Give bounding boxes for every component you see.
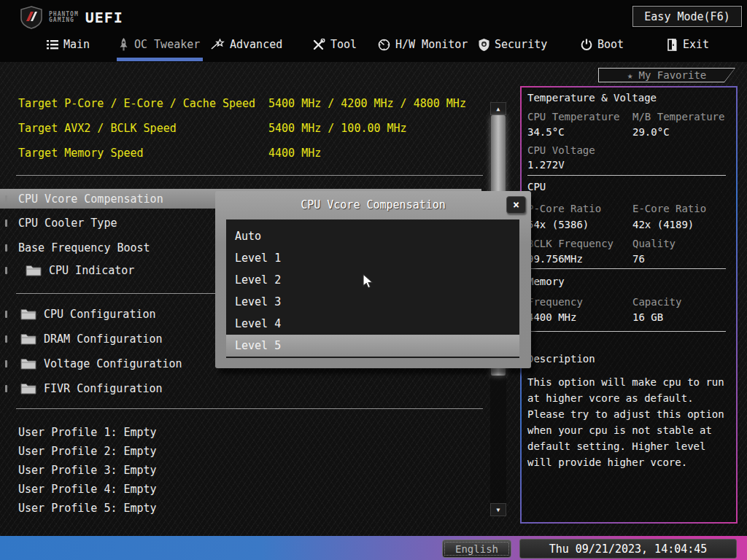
- easy-mode-button[interactable]: Easy Mode(F6): [632, 6, 742, 27]
- target-avx2-row: Target AVX2 / BCLK Speed 5400 MHz / 100.…: [0, 122, 485, 134]
- mouse-cursor: [363, 274, 374, 293]
- ecore-ratio-value: 42x (4189): [632, 219, 694, 230]
- tab-security-label: Security: [495, 38, 547, 51]
- language-button[interactable]: English: [442, 540, 511, 558]
- target-memory-label: Target Memory Speed: [18, 147, 144, 160]
- tab-hw-monitor-label: H/W Monitor: [395, 38, 468, 51]
- item-tick: [5, 311, 7, 318]
- tab-security[interactable]: Security: [479, 36, 547, 52]
- description-text: This option will make cpu to run at high…: [527, 374, 732, 470]
- tab-advanced[interactable]: Advanced: [211, 36, 282, 52]
- menu-item-fivr-configuration[interactable]: FIVR Configuration: [0, 379, 481, 398]
- tab-tool[interactable]: Tool: [313, 36, 357, 52]
- memory-frequency-value: 4400 MHz: [527, 311, 576, 323]
- gauge-icon: [378, 39, 390, 51]
- cpu-temp-label: CPU Temperature: [527, 111, 619, 122]
- mb-temp-label: M/B Temperature: [632, 111, 724, 122]
- sidebar-separator: [527, 268, 726, 269]
- footer-bar: English Thu 09/21/2023, 14:04:45: [0, 536, 747, 560]
- target-pcore-label: Target P-Core / E-Core / Cache Speed: [18, 97, 255, 110]
- separator: [16, 408, 483, 409]
- sidebar-separator: [527, 331, 726, 332]
- tab-oc-tweaker-label: OC Tweaker: [134, 38, 200, 51]
- quality-label: Quality: [632, 238, 676, 249]
- cpu-voltage-label: CPU Voltage: [527, 144, 595, 156]
- item-tick: [5, 385, 7, 392]
- tab-hw-monitor[interactable]: H/W Monitor: [378, 36, 468, 52]
- close-icon: ×: [513, 198, 519, 211]
- shield-icon: [479, 39, 489, 51]
- scroll-down-button[interactable]: ▼: [490, 503, 506, 516]
- tab-main-label: Main: [63, 38, 90, 51]
- rocket-icon: [118, 38, 129, 51]
- datetime-text: Thu 09/21/2023, 14:04:45: [549, 542, 708, 556]
- tab-oc-tweaker[interactable]: OC Tweaker: [118, 36, 200, 52]
- section-description: Description: [527, 353, 595, 365]
- menu-item-user-profile-4[interactable]: User Profile 4: Empty: [0, 480, 481, 499]
- scroll-up-button[interactable]: ▲: [490, 102, 506, 115]
- option-level-1[interactable]: Level 1: [226, 247, 519, 269]
- menu-item-user-profile-2[interactable]: User Profile 2: Empty: [0, 442, 481, 461]
- cpu-temp-value: 34.5°C: [527, 126, 565, 138]
- tab-boot[interactable]: Boot: [581, 36, 624, 52]
- power-icon: [581, 39, 592, 51]
- brand-text: PHANTOM GAMING: [49, 12, 79, 23]
- tab-exit-label: Exit: [683, 38, 709, 51]
- item-tick: [5, 244, 7, 252]
- option-level-5[interactable]: Level 5: [226, 335, 519, 357]
- bclk-frequency-value: 99.756MHz: [527, 253, 583, 265]
- menu-item-user-profile-5[interactable]: User Profile 5: Empty: [0, 499, 481, 518]
- dialog-title: CPU Vcore Compensation: [215, 191, 531, 219]
- phantom-gaming-shield-icon: [19, 6, 44, 29]
- brand-uefi: UEFI: [85, 9, 123, 26]
- option-level-4[interactable]: Level 4: [226, 313, 519, 335]
- tab-advanced-label: Advanced: [230, 38, 282, 51]
- memory-capacity-label: Capacity: [632, 296, 681, 308]
- my-favorite-label: My Favorite: [639, 69, 707, 81]
- my-favorite-button[interactable]: ★ My Favorite: [598, 68, 735, 82]
- target-avx2-value: 5400 MHz / 100.00 MHz: [268, 122, 407, 135]
- tab-exit[interactable]: Exit: [667, 36, 709, 52]
- item-tick: [5, 219, 7, 227]
- target-memory-value: 4400 MHz: [268, 147, 321, 160]
- pcore-ratio-label: P-Core Ratio: [527, 203, 601, 214]
- list-icon: [47, 39, 58, 50]
- section-temperature-voltage: Temperature & Voltage: [527, 92, 657, 104]
- menu-item-user-profile-1[interactable]: User Profile 1: Empty: [0, 423, 481, 442]
- mb-temp-value: 29.0°C: [632, 126, 670, 138]
- wand-star-icon: [211, 39, 225, 50]
- option-auto[interactable]: Auto: [226, 225, 519, 247]
- cursor-arrow-icon: [363, 274, 374, 290]
- info-sidebar: Temperature & Voltage CPU Temperature M/…: [520, 86, 738, 524]
- datetime-display: Thu 09/21/2023, 14:04:45: [519, 539, 737, 559]
- target-memory-row: Target Memory Speed 4400 MHz: [0, 147, 485, 159]
- dialog-close-button[interactable]: ×: [506, 196, 526, 214]
- folder-icon: [20, 359, 36, 370]
- language-label: English: [455, 543, 498, 555]
- folder-icon: [20, 309, 36, 320]
- option-level-3[interactable]: Level 3: [226, 291, 519, 313]
- star-icon: ★: [627, 70, 633, 81]
- target-avx2-label: Target AVX2 / BCLK Speed: [18, 122, 177, 135]
- separator: [16, 175, 483, 176]
- folder-icon: [20, 334, 36, 345]
- brand-logo: PHANTOM GAMING UEFI: [19, 6, 123, 29]
- item-tick: [5, 267, 7, 274]
- tab-tool-label: Tool: [330, 38, 357, 51]
- cpu-voltage-value: 1.272V: [527, 159, 565, 171]
- menu-item-user-profile-3[interactable]: User Profile 3: Empty: [0, 461, 481, 480]
- memory-frequency-label: Frequency: [527, 296, 583, 308]
- pcore-ratio-value: 54x (5386): [527, 219, 589, 230]
- brand-gaming: GAMING: [49, 18, 79, 23]
- folder-icon: [20, 384, 36, 394]
- folder-icon: [26, 265, 42, 276]
- item-tick: [5, 195, 7, 203]
- uefi-screen: PHANTOM GAMING UEFI Easy Mode(F6) Main O…: [0, 0, 747, 560]
- easy-mode-label: Easy Mode(F6): [644, 10, 729, 23]
- target-pcore-value: 5400 MHz / 4200 MHz / 4800 MHz: [268, 97, 466, 110]
- target-pcore-row: Target P-Core / E-Core / Cache Speed 540…: [0, 97, 485, 109]
- section-memory: Memory: [527, 276, 565, 287]
- tab-main[interactable]: Main: [47, 36, 90, 52]
- tab-boot-label: Boot: [597, 38, 624, 51]
- bclk-frequency-label: BCLK Frequency: [527, 238, 614, 249]
